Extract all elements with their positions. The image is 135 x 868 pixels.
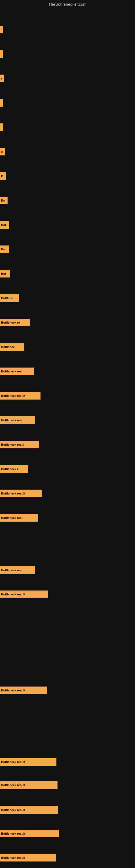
bar-label-7: B (1, 175, 3, 178)
bar-item-16: Bottleneck result (0, 392, 41, 400)
bar-item-13: Bottleneck re (0, 319, 30, 326)
bar-fill-10: Bo (0, 246, 9, 253)
bar-label-19: Bottleneck r (1, 467, 18, 471)
bar-fill-18: Bottleneck resul (0, 441, 39, 448)
bar-item-12: Bottlene (0, 294, 19, 302)
bar-label-27: Bottleneck result (1, 808, 25, 812)
bar-item-21: Bottleneck resu (0, 514, 38, 522)
bar-fill-25: Bottleneck result (0, 758, 56, 766)
bar-label-25: Bottleneck result (1, 760, 25, 764)
bar-label-3: r (1, 77, 2, 80)
chart-area: TheBottlenecker.com reBBoBotBoBotBottlen… (0, 0, 135, 868)
bar-fill-16: Bottleneck result (0, 392, 41, 400)
bar-item-27: Bottleneck result (0, 806, 58, 814)
bar-fill-15: Bottleneck res (0, 368, 34, 375)
bar-item-24: Bottleneck result (0, 686, 47, 694)
bar-item-10: Bo (0, 246, 9, 253)
bar-item-9: Bot (0, 221, 9, 229)
bar-item-11: Bot (0, 270, 10, 278)
bar-label-28: Bottleneck result (1, 832, 25, 835)
bar-label-16: Bottleneck result (1, 394, 25, 397)
bar-item-26: Bottleneck result (0, 781, 57, 789)
bar-label-18: Bottleneck resul (1, 443, 24, 446)
bar-label-23: Bottleneck result (1, 593, 25, 596)
bar-item-29: Bottleneck result (0, 854, 56, 862)
bar-fill-19: Bottleneck r (0, 465, 28, 473)
bar-item-6: e (0, 148, 5, 155)
bar-label-8: Bo (1, 199, 5, 202)
bar-fill-14: Bottlenec (0, 343, 24, 351)
bar-label-12: Bottlene (1, 297, 13, 300)
bar-label-10: Bo (1, 248, 5, 251)
bar-item-22: Bottleneck res (0, 566, 35, 574)
bar-label-15: Bottleneck res (1, 370, 21, 373)
bar-item-2 (0, 50, 3, 58)
bar-fill-1 (0, 26, 3, 33)
site-title: TheBottlenecker.com (0, 0, 135, 8)
bar-item-7: B (0, 172, 6, 180)
bar-label-26: Bottleneck result (1, 783, 25, 786)
bar-item-20: Bottleneck result (0, 490, 42, 497)
bar-fill-17: Bottleneck res (0, 416, 35, 424)
bar-label-13: Bottleneck re (1, 321, 20, 324)
bar-label-17: Bottleneck res (1, 418, 21, 422)
bar-label-29: Bottleneck result (1, 856, 25, 859)
bar-fill-3: r (0, 74, 4, 82)
bar-item-18: Bottleneck resul (0, 441, 39, 448)
bar-item-19: Bottleneck r (0, 465, 28, 473)
bar-fill-26: Bottleneck result (0, 781, 57, 789)
bar-fill-11: Bot (0, 270, 10, 278)
bar-fill-5 (0, 123, 3, 131)
bar-fill-9: Bot (0, 221, 9, 229)
bar-fill-8: Bo (0, 197, 8, 204)
bar-fill-24: Bottleneck result (0, 686, 47, 694)
bar-label-20: Bottleneck result (1, 492, 25, 495)
bar-item-23: Bottleneck result (0, 590, 48, 598)
bar-fill-21: Bottleneck resu (0, 514, 38, 522)
bar-label-22: Bottleneck res (1, 568, 21, 572)
bar-item-15: Bottleneck res (0, 368, 34, 375)
bar-label-14: Bottlenec (1, 345, 14, 348)
bar-label-11: Bot (1, 272, 6, 275)
bar-fill-23: Bottleneck result (0, 590, 48, 598)
bar-fill-20: Bottleneck result (0, 490, 42, 497)
bar-item-5 (0, 123, 3, 131)
bar-item-8: Bo (0, 197, 8, 204)
bar-label-21: Bottleneck resu (1, 516, 24, 520)
bar-fill-6: e (0, 148, 5, 155)
bar-item-4 (0, 99, 3, 106)
bar-fill-2 (0, 50, 3, 58)
bar-fill-7: B (0, 172, 6, 180)
bar-item-1 (0, 26, 3, 33)
bar-fill-4 (0, 99, 3, 106)
bar-item-25: Bottleneck result (0, 758, 56, 766)
bar-item-17: Bottleneck res (0, 416, 35, 424)
bar-fill-29: Bottleneck result (0, 854, 56, 862)
bar-fill-22: Bottleneck res (0, 566, 35, 574)
bar-fill-27: Bottleneck result (0, 806, 58, 814)
bar-label-6: e (1, 150, 3, 153)
bar-fill-28: Bottleneck result (0, 830, 59, 837)
bar-label-24: Bottleneck result (1, 689, 25, 692)
bar-item-3: r (0, 74, 4, 82)
bar-item-28: Bottleneck result (0, 830, 59, 837)
bar-label-9: Bot (1, 223, 6, 226)
bar-fill-12: Bottlene (0, 294, 19, 302)
bar-fill-13: Bottleneck re (0, 319, 30, 326)
bar-item-14: Bottlenec (0, 343, 24, 351)
